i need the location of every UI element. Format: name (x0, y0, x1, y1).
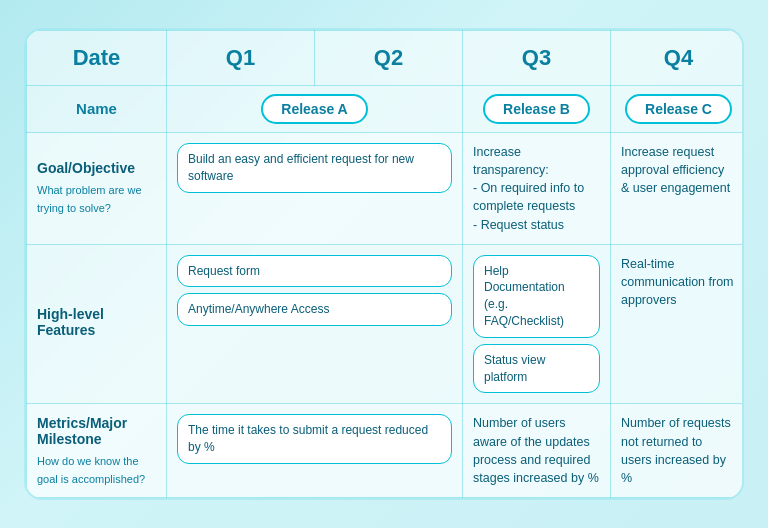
features-q1-card1: Request form (177, 255, 452, 288)
name-row: Name Release A Release B Release C (27, 86, 745, 133)
col-q1-header: Q1 (167, 31, 315, 86)
col-q3-header: Q3 (463, 31, 611, 86)
goal-q2-text: Increase transparency:- On required info… (473, 143, 600, 234)
metrics-label-sub: How do we know the goal is accomplished? (37, 455, 145, 485)
goal-q1-cell: Build an easy and efficient request for … (167, 133, 463, 245)
goal-q4-text: Increase request approval efficiency & u… (621, 143, 736, 197)
features-q2-card1: Help Documentation (e.g. FAQ/Checklist) (473, 255, 600, 338)
goal-label-cell: Goal/Objective What problem are we tryin… (27, 133, 167, 245)
release-a-cell: Release A (167, 86, 463, 133)
name-label: Name (76, 100, 117, 117)
release-c-badge: Release C (625, 94, 732, 124)
features-q1-cell: Request form Anytime/Anywhere Access (167, 244, 463, 404)
features-q4-text: Real-time communication from approvers (621, 255, 736, 309)
metrics-q2-text: Number of users aware of the updates pro… (473, 414, 600, 487)
roadmap-container: Date Q1 Q2 Q3 Q4 Name Release A (24, 28, 744, 500)
release-b-cell: Release B (463, 86, 611, 133)
goal-q4-cell: Increase request approval efficiency & u… (611, 133, 745, 245)
goal-q2-cell: Increase transparency:- On required info… (463, 133, 611, 245)
metrics-q4-text: Number of requests not returned to users… (621, 414, 736, 487)
name-label-cell: Name (27, 86, 167, 133)
col-q2-header: Q2 (315, 31, 463, 86)
features-q2-card2: Status view platform (473, 344, 600, 394)
metrics-q4-cell: Number of requests not returned to users… (611, 404, 745, 498)
col-date-header: Date (27, 31, 167, 86)
release-a-badge: Release A (261, 94, 367, 124)
metrics-q1-cell: The time it takes to submit a request re… (167, 404, 463, 498)
goal-label-main: Goal/Objective (37, 160, 156, 176)
features-row: High-level Features Request form Anytime… (27, 244, 745, 404)
metrics-label-cell: Metrics/Major Milestone How do we know t… (27, 404, 167, 498)
goal-label-sub: What problem are we trying to solve? (37, 184, 142, 214)
features-q1-card2: Anytime/Anywhere Access (177, 293, 452, 326)
metrics-label-main: Metrics/Major Milestone (37, 415, 156, 447)
header-row: Date Q1 Q2 Q3 Q4 (27, 31, 745, 86)
release-b-badge: Release B (483, 94, 590, 124)
metrics-row: Metrics/Major Milestone How do we know t… (27, 404, 745, 498)
features-q4-cell: Real-time communication from approvers (611, 244, 745, 404)
col-q4-header: Q4 (611, 31, 745, 86)
goal-row: Goal/Objective What problem are we tryin… (27, 133, 745, 245)
goal-q1-card: Build an easy and efficient request for … (177, 143, 452, 193)
features-label-cell: High-level Features (27, 244, 167, 404)
features-q2-cell: Help Documentation (e.g. FAQ/Checklist) … (463, 244, 611, 404)
release-c-cell: Release C (611, 86, 745, 133)
features-label-main: High-level Features (37, 306, 156, 338)
metrics-q1-card: The time it takes to submit a request re… (177, 414, 452, 464)
metrics-q2-cell: Number of users aware of the updates pro… (463, 404, 611, 498)
